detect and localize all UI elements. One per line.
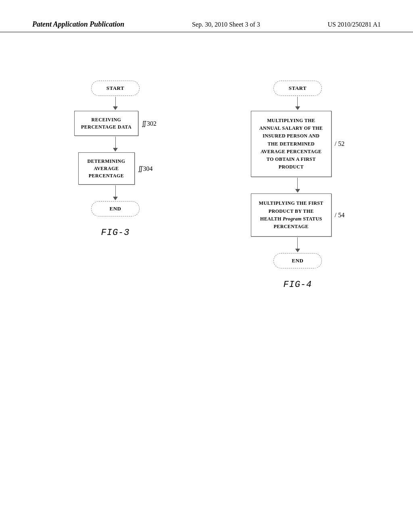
fig4-arrow3 — [295, 237, 300, 252]
fig3-start-label: START — [106, 85, 124, 91]
arrow-head — [113, 106, 118, 110]
arrow-line — [115, 137, 116, 148]
diagrams-container: START RECEIVINGPERCENTAGE DATA ∬302 — [0, 56, 413, 532]
fig3-node304-row: DETERMININGAVERAGEPERCENTAGE ∬304 — [78, 152, 153, 185]
fig3-start-node: START — [91, 81, 140, 96]
arrow-head — [295, 189, 300, 193]
fig4-node54: MULTIPLYING THE FIRSTPRODUCT BY THEHEALT… — [251, 193, 332, 237]
fig4-node54-label: MULTIPLYING THE FIRSTPRODUCT BY THEHEALT… — [259, 200, 323, 229]
fig4-end-label: END — [292, 258, 304, 264]
header-patent-number: US 2010/250281 A1 — [327, 21, 381, 28]
arrow-head — [295, 249, 300, 252]
fig3-node302: RECEIVINGPERCENTAGE DATA — [74, 111, 138, 136]
fig4-node54-row: MULTIPLYING THE FIRSTPRODUCT BY THEHEALT… — [251, 193, 344, 237]
arrow-line — [297, 178, 298, 189]
fig3-node304-label: DETERMININGAVERAGEPERCENTAGE — [87, 158, 125, 179]
arrow-head — [113, 148, 118, 152]
fig4-arrow2 — [295, 178, 300, 193]
arrow-head — [113, 197, 118, 200]
fig3-end-node: END — [91, 201, 140, 216]
fig3-ref302: ∬302 — [142, 120, 156, 127]
arrow-line — [297, 237, 298, 249]
fig3-arrow1 — [113, 97, 118, 110]
fig3-flow: START RECEIVINGPERCENTAGE DATA ∬302 — [74, 81, 156, 238]
header-title: Patent Application Publication — [32, 20, 124, 29]
arrow-line — [115, 185, 116, 197]
fig4-start-label: START — [289, 85, 307, 91]
fig3-end-label: END — [110, 206, 121, 212]
fig3-node302-row: RECEIVINGPERCENTAGE DATA ∬302 — [74, 111, 156, 136]
arrow-line — [115, 97, 116, 106]
fig4-end-node: END — [273, 253, 322, 268]
fig4-ref52: / 52 — [335, 140, 344, 148]
fig3-ref304: ∬304 — [138, 165, 153, 172]
fig4-start-node: START — [273, 81, 322, 96]
header-date-sheet: Sep. 30, 2010 Sheet 3 of 3 — [192, 21, 260, 28]
fig3-node304: DETERMININGAVERAGEPERCENTAGE — [78, 152, 135, 185]
fig4-container: START MULTIPLYING THEANNUAL SALARY OF TH… — [206, 64, 389, 524]
fig3-arrow2 — [113, 137, 118, 152]
fig4-node52-label: MULTIPLYING THEANNUAL SALARY OF THEINSUR… — [259, 118, 323, 170]
fig4-label: FIG-4 — [283, 280, 312, 290]
fig4-node52: MULTIPLYING THEANNUAL SALARY OF THEINSUR… — [251, 111, 332, 177]
arrow-line — [297, 97, 298, 106]
fig3-label: FIG-3 — [101, 228, 129, 238]
fig3-node302-label: RECEIVINGPERCENTAGE DATA — [81, 117, 131, 130]
page-header: Patent Application Publication Sep. 30, … — [0, 20, 413, 32]
fig4-arrow1 — [295, 97, 300, 110]
fig4-flow: START MULTIPLYING THEANNUAL SALARY OF TH… — [251, 81, 344, 290]
fig3-container: START RECEIVINGPERCENTAGE DATA ∬302 — [24, 64, 206, 524]
fig3-arrow3 — [113, 185, 118, 200]
fig4-ref54: / 54 — [335, 212, 344, 219]
fig4-node52-row: MULTIPLYING THEANNUAL SALARY OF THEINSUR… — [251, 111, 344, 177]
arrow-head — [295, 106, 300, 110]
